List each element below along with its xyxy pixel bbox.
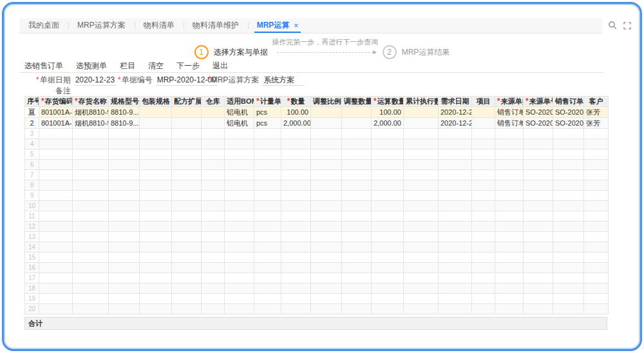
grid-cell[interactable] [172,118,202,129]
tab-bom-maintenance[interactable]: 物料清单维护 [184,18,248,33]
grid-cell[interactable] [584,129,609,139]
grid-cell[interactable] [524,211,553,222]
grid-cell[interactable] [109,273,140,283]
grid-cell[interactable] [404,160,439,170]
grid-cell[interactable] [495,139,524,149]
grid-cell[interactable] [140,191,172,201]
grid-cell[interactable] [404,118,439,129]
grid-cell[interactable] [202,107,225,118]
mrp-plan-input[interactable] [262,75,305,86]
grid-cell[interactable] [281,273,311,283]
grid-cell[interactable] [372,201,404,211]
grid-cell[interactable] [73,129,109,139]
grid-cell[interactable] [225,211,254,222]
grid-cell[interactable] [109,149,140,160]
grid-cell[interactable] [372,149,404,160]
grid-cell[interactable] [140,263,172,273]
grid-cell[interactable] [172,170,202,180]
grid-cell[interactable] [109,201,140,211]
grid-cell[interactable] [109,263,140,273]
grid-cell[interactable] [311,304,342,314]
grid-cell[interactable]: 6 [25,160,39,170]
grid-cell[interactable] [495,263,524,273]
grid-cell[interactable] [584,242,609,253]
grid-cell[interactable] [472,139,495,149]
grid-cell[interactable] [254,149,281,160]
grid-cell[interactable] [172,273,202,283]
grid-cell[interactable] [372,211,404,222]
grid-cell[interactable] [172,253,202,263]
grid-cell[interactable] [311,170,342,180]
grid-cell[interactable] [109,294,140,304]
grid-cell[interactable] [584,170,609,180]
grid-cell[interactable] [372,273,404,283]
grid-cell[interactable]: 15 [25,253,39,263]
grid-cell[interactable] [524,149,553,160]
grid-cell[interactable] [472,242,495,253]
grid-cell[interactable] [404,139,439,149]
grid-cell[interactable] [311,273,342,283]
grid-cell[interactable]: 100.00 [281,107,311,118]
grid-cell[interactable] [140,107,172,118]
grid-cell[interactable] [311,263,342,273]
grid-cell[interactable] [472,304,495,314]
grid-cell[interactable]: 销售订单 [495,118,524,129]
grid-cell[interactable] [439,149,472,160]
grid-cell[interactable] [225,160,254,170]
grid-cell[interactable] [281,294,311,304]
grid-cell[interactable] [584,294,609,304]
grid-cell[interactable] [439,222,472,232]
grid-cell[interactable] [372,294,404,304]
grid-cell[interactable] [281,242,311,253]
grid-cell[interactable] [140,211,172,222]
select-sales-order-button[interactable]: 选销售订单 [24,61,63,72]
grid-cell[interactable] [342,283,372,294]
grid-cell[interactable]: 19 [25,294,39,304]
grid-cell[interactable] [172,294,202,304]
grid-cell[interactable]: 张芳 [584,118,609,129]
grid-cell[interactable] [225,283,254,294]
grid-cell[interactable] [109,253,140,263]
grid-cell[interactable] [342,294,372,304]
grid-cell[interactable] [281,129,311,139]
grid-cell[interactable] [281,211,311,222]
grid-cell[interactable] [495,191,524,201]
grid-cell[interactable]: 铝电机 [225,107,254,118]
grid-cell[interactable] [524,160,553,170]
grid-cell[interactable] [39,139,73,149]
grid-cell[interactable] [254,139,281,149]
grid-cell[interactable] [342,222,372,232]
grid-cell[interactable] [202,232,225,242]
grid-cell[interactable] [225,304,254,314]
grid-cell[interactable] [472,263,495,273]
grid-cell[interactable]: SO-2020-1... [524,107,553,118]
grid-cell[interactable] [254,232,281,242]
grid-cell[interactable] [553,160,584,170]
grid-cell[interactable]: 100.00 [372,107,404,118]
grid-cell[interactable]: 10 [25,201,39,211]
grid-cell[interactable] [73,160,109,170]
grid-cell[interactable] [372,283,404,294]
grid-cell[interactable] [311,118,342,129]
grid-cell[interactable] [202,160,225,170]
grid-cell[interactable]: 14 [25,242,39,253]
grid-cell[interactable] [225,139,254,149]
grid-cell[interactable]: 2,000.00 [281,118,311,129]
grid-cell[interactable] [524,283,553,294]
grid-cell[interactable] [109,129,140,139]
grid-cell[interactable] [495,304,524,314]
grid-cell[interactable] [553,294,584,304]
grid-cell[interactable] [553,191,584,201]
grid-cell[interactable] [202,294,225,304]
grid-cell[interactable] [584,273,609,283]
grid-cell[interactable] [495,201,524,211]
grid-cell[interactable] [225,253,254,263]
grid-cell[interactable] [472,201,495,211]
grid-cell[interactable] [254,170,281,180]
grid-cell[interactable] [225,242,254,253]
grid-cell[interactable] [495,149,524,160]
grid-cell[interactable] [342,211,372,222]
grid-cell[interactable] [281,253,311,263]
grid-cell[interactable] [495,253,524,263]
grid-cell[interactable] [342,118,372,129]
